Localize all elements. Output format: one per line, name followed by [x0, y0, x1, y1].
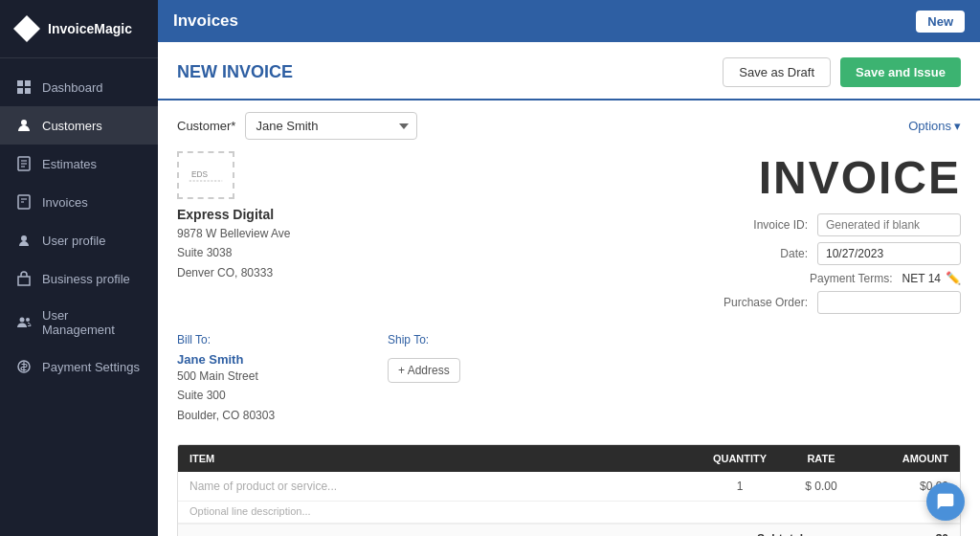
- invoice-body: EDS Express Digital 9878 W Belleview Ave…: [158, 151, 980, 324]
- chevron-down-icon: ▾: [954, 119, 961, 133]
- invoice-fields: Invoice ID: Date: Payment Terms: NET 14 …: [626, 213, 961, 314]
- purchase-order-row: Purchase Order:: [626, 291, 961, 314]
- sidebar-item-user-management[interactable]: User Management: [0, 298, 158, 347]
- svg-point-14: [20, 318, 25, 323]
- customer-label: Customer*: [177, 119, 235, 133]
- sidebar-item-customers[interactable]: Customers: [0, 106, 158, 145]
- sidebar-item-invoices[interactable]: Invoices: [0, 183, 158, 221]
- table-row: Name of product or service... 1 $ 0.00 $…: [178, 472, 960, 502]
- topbar: Invoices New: [158, 0, 980, 42]
- svg-rect-2: [17, 88, 23, 94]
- item-qty-cell[interactable]: 1: [702, 472, 778, 501]
- customer-label-wrap: Customer* Jane Smith: [177, 112, 417, 140]
- invoice-content: NEW INVOICE Save as Draft Save and Issue…: [158, 42, 980, 536]
- payment-terms-value: NET 14 ✏️: [902, 271, 961, 285]
- sidebar-label-customers: Customers: [42, 119, 102, 133]
- invoice-right: INVOICE Invoice ID: Date: Payment Terms:: [626, 151, 961, 314]
- item-desc-row: Optional line description...: [178, 502, 960, 524]
- chat-bubble[interactable]: [926, 482, 965, 521]
- company-address-line2: Suite 3038: [177, 243, 607, 262]
- customers-icon: [15, 117, 33, 134]
- payment-settings-icon: [15, 358, 33, 375]
- sidebar: InvoiceMagic Dashboard Customers Estimat…: [0, 0, 158, 536]
- edit-payment-terms-icon[interactable]: ✏️: [946, 271, 961, 285]
- sidebar-label-payment-settings: Payment Settings: [42, 360, 140, 374]
- invoice-id-input[interactable]: [817, 213, 961, 236]
- col-header-qty: QUANTITY: [702, 445, 778, 472]
- item-rate-cell[interactable]: $ 0.00: [778, 472, 864, 501]
- item-desc-cell[interactable]: Optional line description...: [178, 502, 960, 523]
- subtotal-value: $0: [936, 532, 948, 536]
- subtotal-section: Subtotal $0 Tax: [757, 532, 948, 536]
- col-header-amount: AMOUNT: [864, 445, 960, 472]
- sidebar-item-dashboard[interactable]: Dashboard: [0, 68, 158, 106]
- bill-ship-section: Bill To: Jane Smith 500 Main Street Suit…: [158, 324, 980, 435]
- subtotal-row: Subtotal $0: [757, 532, 948, 536]
- bill-name: Jane Smith: [177, 352, 349, 367]
- sidebar-label-dashboard: Dashboard: [42, 80, 103, 95]
- bill-to-section: Bill To: Jane Smith 500 Main Street Suit…: [177, 333, 349, 425]
- sidebar-label-estimates: Estimates: [42, 157, 97, 171]
- company-logo: EDS: [177, 151, 234, 199]
- date-input[interactable]: [817, 242, 961, 265]
- items-table: ITEM QUANTITY RATE AMOUNT Name of produc…: [177, 444, 961, 536]
- sidebar-item-user-profile[interactable]: User profile: [0, 221, 158, 259]
- invoice-id-row: Invoice ID:: [626, 213, 961, 236]
- bill-address: 500 Main Street Suite 300 Boulder, CO 80…: [177, 367, 349, 425]
- sidebar-label-business-profile: Business profile: [42, 272, 130, 286]
- date-label: Date:: [702, 247, 808, 260]
- chat-icon: [936, 492, 955, 511]
- payment-terms-row: Payment Terms: NET 14 ✏️: [626, 271, 961, 285]
- options-link[interactable]: Options ▾: [908, 119, 961, 133]
- invoice-big-title: INVOICE: [759, 151, 961, 204]
- svg-rect-0: [17, 80, 23, 86]
- sidebar-label-invoices: Invoices: [42, 195, 88, 210]
- bill-address-line1: 500 Main Street: [177, 367, 349, 386]
- customer-row: Customer* Jane Smith Options ▾: [158, 100, 980, 151]
- company-address: 9878 W Belleview Ave Suite 3038 Denver C…: [177, 224, 607, 282]
- invoice-id-label: Invoice ID:: [702, 218, 808, 232]
- col-header-item: ITEM: [178, 445, 702, 472]
- payment-terms-label: Payment Terms:: [788, 272, 893, 285]
- business-profile-icon: [15, 270, 33, 287]
- ship-to-section: Ship To: + Address: [388, 333, 560, 425]
- customer-select[interactable]: Jane Smith: [245, 112, 417, 140]
- main-content: Invoices New NEW INVOICE Save as Draft S…: [158, 0, 980, 536]
- table-header: ITEM QUANTITY RATE AMOUNT: [178, 445, 960, 472]
- app-name: InvoiceMagic: [48, 21, 132, 36]
- subtotal-label: Subtotal: [757, 532, 803, 536]
- bill-address-line3: Boulder, CO 80303: [177, 406, 349, 425]
- svg-text:EDS: EDS: [191, 170, 208, 179]
- invoice-form-header: NEW INVOICE Save as Draft Save and Issue: [158, 42, 980, 100]
- purchase-order-label: Purchase Order:: [702, 296, 808, 309]
- new-invoice-topbar-button[interactable]: New: [916, 11, 965, 33]
- purchase-order-input[interactable]: [817, 291, 961, 314]
- sidebar-nav: Dashboard Customers Estimates Invoices: [0, 58, 158, 395]
- invoice-left: EDS Express Digital 9878 W Belleview Ave…: [177, 151, 607, 314]
- svg-point-4: [21, 120, 27, 125]
- date-row: Date:: [626, 242, 961, 265]
- invoices-icon: [15, 193, 33, 211]
- sidebar-item-payment-settings[interactable]: Payment Settings: [0, 347, 158, 386]
- sidebar-label-user-profile: User profile: [42, 234, 105, 248]
- estimates-icon: [15, 155, 33, 172]
- sidebar-label-user-management: User Management: [42, 308, 143, 337]
- svg-point-15: [26, 318, 30, 322]
- user-profile-icon: [15, 232, 33, 249]
- new-invoice-title: NEW INVOICE: [177, 62, 293, 82]
- save-draft-button[interactable]: Save as Draft: [723, 57, 831, 87]
- payment-terms-text: NET 14: [902, 272, 941, 285]
- item-name-cell[interactable]: Name of product or service...: [178, 472, 702, 501]
- company-address-line3: Denver CO, 80333: [177, 263, 607, 282]
- save-issue-button[interactable]: Save and Issue: [840, 57, 961, 87]
- sidebar-item-estimates[interactable]: Estimates: [0, 145, 158, 183]
- header-buttons: Save as Draft Save and Issue: [723, 57, 961, 87]
- topbar-title: Invoices: [173, 11, 238, 31]
- sidebar-item-business-profile[interactable]: Business profile: [0, 259, 158, 298]
- add-address-button[interactable]: + Address: [388, 358, 460, 383]
- svg-rect-13: [18, 277, 30, 285]
- bill-address-line2: Suite 300: [177, 386, 349, 405]
- bill-to-label: Bill To:: [177, 333, 349, 346]
- ship-to-label: Ship To:: [388, 333, 560, 346]
- logo-icon: [13, 15, 40, 42]
